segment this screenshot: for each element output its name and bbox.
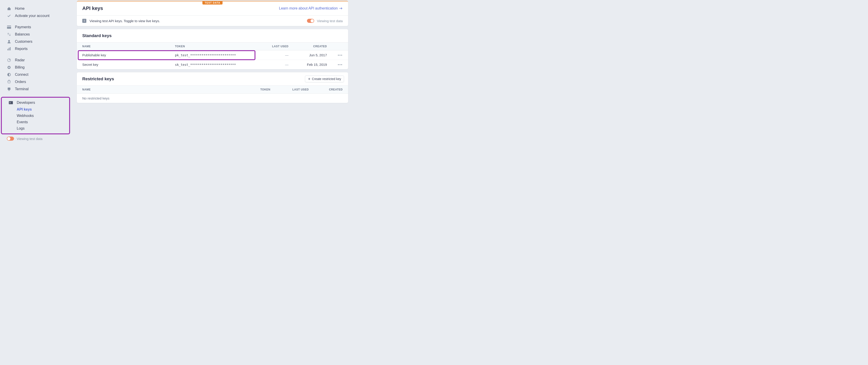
col-token: TOKEN (244, 86, 276, 94)
transfer-icon (7, 32, 11, 37)
user-icon (7, 39, 11, 44)
sidebar-item-label: Activate your account (15, 14, 50, 18)
sidebar-item-label: Radar (15, 58, 25, 62)
key-created: Jun 5, 2017 (294, 51, 332, 60)
svg-rect-4 (9, 48, 9, 51)
test-data-badge: TEST DATA (202, 1, 222, 4)
sidebar-subitem-webhooks[interactable]: Webhooks (17, 113, 69, 119)
sidebar-item-reports[interactable]: Reports (0, 45, 72, 53)
sidebar-item-label: Billing (15, 65, 25, 69)
sidebar-item-orders[interactable]: Orders (0, 78, 72, 86)
col-last-used: LAST USED (276, 86, 314, 94)
sidebar-item-payments[interactable]: Payments (0, 24, 72, 31)
restricted-empty-row: No restricted keys (77, 94, 348, 103)
sidebar-subitem-api-keys[interactable]: API keys (17, 106, 69, 113)
info-bar: i Viewing test API keys. Toggle to view … (77, 16, 348, 26)
key-name: Secret key (77, 60, 169, 69)
key-token[interactable]: pk_test_************************ (169, 51, 258, 60)
card-icon (7, 25, 11, 29)
standard-keys-card: Standard keys NAME TOKEN LAST USED CREAT… (77, 29, 348, 69)
restricted-keys-title: Restricted keys (77, 72, 119, 86)
key-last-used: — (258, 60, 294, 69)
nav-group-top: Home Activate your account (0, 5, 72, 20)
key-created: Feb 15, 2019 (294, 60, 332, 69)
create-restricted-key-button[interactable]: Create restricted key (305, 75, 344, 82)
sidebar-item-connect[interactable]: Connect (0, 71, 72, 78)
sidebar-item-label: Customers (15, 39, 32, 44)
plus-icon (308, 78, 311, 80)
empty-text: No restricted keys (77, 94, 348, 103)
info-icon: i (82, 19, 86, 23)
nav-group-products: Radar Billing Connect Orders (0, 57, 72, 93)
nav-group-main: Payments Balances Customers Reports (0, 24, 72, 53)
test-data-toggle-label: Viewing test data (17, 137, 42, 141)
nav-group-developers: Developers API keys Webhooks Events Logs (2, 99, 69, 132)
sidebar-item-billing[interactable]: Billing (0, 64, 72, 71)
standard-keys-title: Standard keys (77, 29, 348, 42)
connect-icon (7, 72, 11, 77)
sidebar-developers-highlight: Developers API keys Webhooks Events Logs (1, 97, 70, 134)
sidebar-item-customers[interactable]: Customers (0, 38, 72, 45)
terminal-device-icon (7, 87, 11, 91)
col-created: CREATED (294, 42, 332, 51)
sidebar-item-label: Balances (15, 32, 30, 36)
svg-rect-0 (7, 26, 11, 29)
terminal-icon (8, 100, 13, 105)
svg-rect-9 (8, 88, 10, 90)
col-actions (332, 42, 348, 51)
key-name: Publishable key (77, 51, 169, 60)
sidebar-item-label: Reports (15, 47, 28, 51)
sidebar-item-balances[interactable]: Balances (0, 31, 72, 38)
svg-rect-3 (7, 49, 8, 51)
col-name: NAME (77, 86, 244, 94)
sidebar-item-terminal[interactable]: Terminal (0, 86, 72, 93)
restricted-keys-table: NAME TOKEN LAST USED CREATED No restrict… (77, 86, 348, 103)
sidebar-item-home[interactable]: Home (0, 5, 72, 12)
sidebar-test-toggle-row: Viewing test data (0, 135, 72, 142)
col-name: NAME (77, 42, 169, 51)
more-icon[interactable]: ••• (338, 63, 343, 66)
check-icon (7, 13, 11, 18)
chart-icon (7, 47, 11, 51)
sidebar-item-activate[interactable]: Activate your account (0, 12, 72, 20)
arrow-right-icon (339, 7, 343, 10)
sidebar-item-label: Orders (15, 80, 26, 84)
svg-rect-1 (7, 26, 11, 27)
standard-keys-table: NAME TOKEN LAST USED CREATED Publishable… (77, 42, 348, 69)
live-test-toggle-label: Viewing test data (317, 19, 343, 23)
radar-icon (7, 58, 11, 62)
key-row-publishable[interactable]: Publishable key pk_test_****************… (77, 51, 348, 60)
svg-rect-10 (8, 90, 10, 91)
live-test-toggle[interactable] (307, 19, 314, 23)
sidebar: Home Activate your account Payments (0, 0, 72, 148)
learn-more-link[interactable]: Learn more about API authentication (279, 6, 343, 10)
billing-icon (7, 65, 11, 70)
sidebar-item-label: Terminal (15, 87, 29, 91)
create-restricted-key-label: Create restricted key (312, 77, 341, 81)
more-icon[interactable]: ••• (338, 53, 343, 57)
restricted-keys-card: Restricted keys Create restricted key NA… (77, 72, 348, 103)
sidebar-item-label: Payments (15, 25, 31, 29)
main-content: TEST DATA API keys Learn more about API … (72, 0, 352, 148)
header-card: TEST DATA API keys Learn more about API … (77, 1, 348, 26)
col-last-used: LAST USED (258, 42, 294, 51)
key-row-secret[interactable]: Secret key sk_test_*********************… (77, 60, 348, 69)
key-last-used: — (258, 51, 294, 60)
col-token: TOKEN (169, 42, 258, 51)
page-title: API keys (82, 5, 103, 11)
svg-rect-5 (10, 47, 11, 51)
home-icon (7, 6, 11, 11)
sidebar-item-developers[interactable]: Developers (2, 99, 69, 106)
developers-subitems: API keys Webhooks Events Logs (2, 106, 69, 132)
sidebar-item-label: Home (15, 6, 25, 11)
orders-icon (7, 80, 11, 84)
test-data-toggle[interactable] (7, 136, 14, 141)
info-text: Viewing test API keys. Toggle to view li… (90, 19, 160, 23)
learn-more-label: Learn more about API authentication (279, 6, 338, 10)
key-token[interactable]: sk_test_************************ (169, 60, 258, 69)
svg-point-8 (8, 67, 10, 68)
sidebar-item-label: Developers (17, 101, 35, 105)
sidebar-subitem-logs[interactable]: Logs (17, 125, 69, 132)
sidebar-item-radar[interactable]: Radar (0, 57, 72, 64)
sidebar-subitem-events[interactable]: Events (17, 119, 69, 125)
